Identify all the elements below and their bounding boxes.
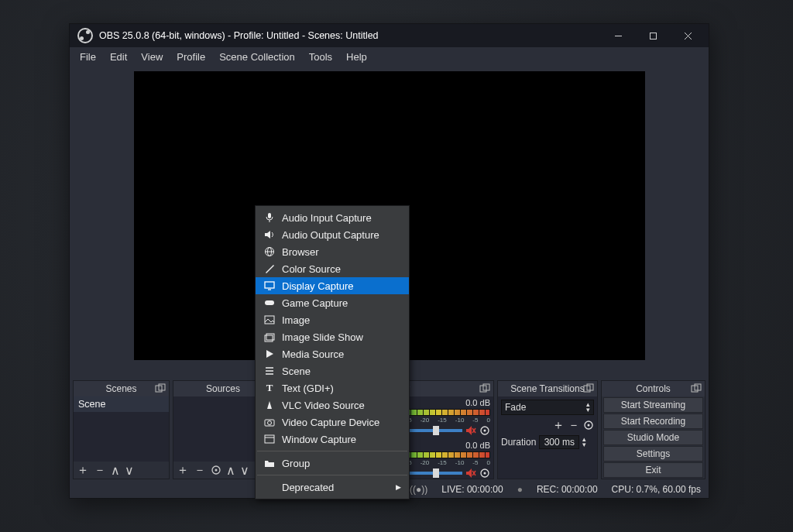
svg-rect-47 bbox=[265, 435, 274, 443]
folder-icon bbox=[263, 457, 276, 469]
scenes-header: Scenes bbox=[74, 381, 169, 396]
popout-icon[interactable] bbox=[691, 383, 702, 394]
menu-view[interactable]: View bbox=[134, 49, 170, 65]
menu-text-gdi[interactable]: TText (GDI+) bbox=[256, 379, 409, 396]
svg-marker-12 bbox=[466, 426, 472, 435]
gear-icon[interactable] bbox=[479, 425, 490, 436]
menu-label: Group bbox=[282, 458, 310, 469]
svg-point-25 bbox=[588, 424, 590, 427]
channel-level: 0.0 dB bbox=[465, 398, 490, 407]
sources-title: Sources bbox=[206, 383, 240, 394]
scenes-panel: Scenes Scene ＋ － ∧ ∨ bbox=[73, 380, 170, 479]
start-recording-button[interactable]: Start Recording bbox=[603, 414, 703, 429]
scene-down-button[interactable]: ∨ bbox=[125, 463, 134, 478]
minimize-button[interactable] bbox=[601, 24, 636, 47]
menu-help[interactable]: Help bbox=[339, 49, 374, 65]
close-button[interactable] bbox=[671, 24, 705, 47]
monitor-icon bbox=[263, 280, 276, 292]
maximize-button[interactable] bbox=[636, 24, 671, 47]
popout-icon[interactable] bbox=[479, 383, 490, 394]
menu-label: Audio Input Capture bbox=[282, 212, 372, 224]
svg-marker-17 bbox=[466, 469, 472, 478]
menu-browser[interactable]: Browser bbox=[256, 243, 409, 260]
menu-game-capture[interactable]: Game Capture bbox=[256, 294, 409, 311]
source-props-button[interactable] bbox=[211, 465, 221, 475]
text-icon: T bbox=[263, 382, 276, 394]
menubar: File Edit View Profile Scene Collection … bbox=[70, 47, 709, 67]
svg-rect-36 bbox=[265, 300, 274, 305]
menu-audio-output-capture[interactable]: Audio Output Capture bbox=[256, 226, 409, 243]
menu-image[interactable]: Image bbox=[256, 311, 409, 328]
menu-video-capture-device[interactable]: Video Capture Device bbox=[256, 414, 409, 431]
menu-label: Scene bbox=[282, 366, 311, 377]
add-scene-button[interactable]: ＋ bbox=[77, 462, 89, 479]
menu-tools[interactable]: Tools bbox=[302, 49, 339, 65]
scenes-toolbar: ＋ － ∧ ∨ bbox=[74, 462, 169, 479]
cone-icon bbox=[263, 399, 276, 411]
menu-label: Video Capture Device bbox=[282, 417, 379, 428]
menu-label: Audio Output Capture bbox=[282, 229, 379, 241]
transition-select[interactable]: Fade ▴▾ bbox=[501, 400, 594, 415]
scene-up-button[interactable]: ∧ bbox=[111, 463, 120, 478]
remove-source-button[interactable]: － bbox=[194, 462, 206, 479]
svg-point-9 bbox=[215, 469, 218, 472]
svg-point-21 bbox=[484, 472, 486, 475]
menu-edit[interactable]: Edit bbox=[103, 49, 134, 65]
status-cpu: CPU: 0.7%, 60.00 fps bbox=[612, 484, 701, 495]
studio-mode-button[interactable]: Studio Mode bbox=[603, 430, 703, 445]
scene-item[interactable]: Scene bbox=[74, 396, 169, 412]
menu-scene-collection[interactable]: Scene Collection bbox=[212, 49, 302, 65]
popout-icon[interactable] bbox=[155, 383, 166, 394]
source-up-button[interactable]: ∧ bbox=[226, 463, 235, 478]
menu-audio-input-capture[interactable]: Audio Input Capture bbox=[256, 209, 409, 226]
transition-settings-button[interactable] bbox=[583, 420, 594, 431]
menu-image-slide-show[interactable]: Image Slide Show bbox=[256, 328, 409, 345]
menu-display-capture[interactable]: Display Capture bbox=[256, 277, 409, 294]
transitions-title: Scene Transitions bbox=[510, 383, 584, 394]
remove-transition-button[interactable]: － bbox=[568, 417, 580, 434]
source-down-button[interactable]: ∨ bbox=[240, 463, 249, 478]
menu-profile[interactable]: Profile bbox=[170, 49, 212, 65]
popout-icon[interactable] bbox=[583, 383, 594, 394]
menu-label: Window Capture bbox=[282, 434, 356, 445]
mute-icon[interactable] bbox=[465, 425, 476, 436]
svg-rect-28 bbox=[268, 213, 271, 218]
menu-deprecated[interactable]: Deprecated▶ bbox=[256, 479, 409, 496]
start-streaming-button[interactable]: Start Streaming bbox=[603, 397, 703, 413]
mic-icon bbox=[263, 211, 276, 224]
slides-icon bbox=[263, 331, 276, 343]
controls-title: Controls bbox=[636, 383, 671, 394]
menu-label: Game Capture bbox=[282, 297, 348, 309]
menu-window-capture[interactable]: Window Capture bbox=[256, 431, 409, 448]
controls-header: Controls bbox=[602, 381, 705, 396]
camera-icon bbox=[263, 416, 276, 428]
menu-label: Image Slide Show bbox=[282, 331, 363, 343]
gear-icon[interactable] bbox=[479, 468, 490, 479]
svg-point-16 bbox=[484, 430, 486, 432]
svg-marker-40 bbox=[266, 350, 273, 358]
add-transition-button[interactable]: ＋ bbox=[552, 417, 565, 434]
titlebar: OBS 25.0.8 (64-bit, windows) - Profile: … bbox=[70, 24, 709, 47]
broadcast-icon: ((●)) bbox=[410, 484, 427, 495]
duration-input[interactable] bbox=[539, 435, 579, 449]
menu-vlc-video-source[interactable]: VLC Video Source bbox=[256, 396, 409, 414]
window-title: OBS 25.0.8 (64-bit, windows) - Profile: … bbox=[98, 30, 601, 41]
menu-media-source[interactable]: Media Source bbox=[256, 345, 409, 362]
menu-label: Text (GDI+) bbox=[282, 383, 334, 394]
settings-button[interactable]: Settings bbox=[603, 446, 703, 462]
menu-separator bbox=[257, 475, 407, 475]
brush-icon bbox=[263, 263, 276, 275]
menu-color-source[interactable]: Color Source bbox=[256, 260, 409, 277]
add-source-button[interactable]: ＋ bbox=[177, 462, 189, 479]
remove-scene-button[interactable]: － bbox=[94, 462, 106, 479]
svg-rect-37 bbox=[265, 316, 274, 324]
menu-separator bbox=[257, 451, 407, 451]
menu-label: Deprecated bbox=[282, 482, 334, 493]
submenu-arrow-icon: ▶ bbox=[396, 483, 401, 491]
exit-button[interactable]: Exit bbox=[603, 462, 703, 478]
menu-file[interactable]: File bbox=[73, 49, 103, 65]
menu-group[interactable]: Group bbox=[256, 455, 409, 472]
updown-icon[interactable]: ▴▾ bbox=[582, 437, 586, 448]
menu-scene[interactable]: Scene bbox=[256, 362, 409, 379]
mute-icon[interactable] bbox=[465, 468, 476, 479]
